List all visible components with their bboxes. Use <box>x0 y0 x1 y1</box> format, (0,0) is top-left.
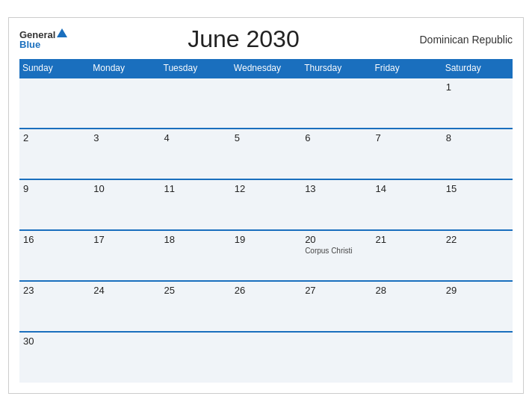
calendar-cell: 10 <box>90 179 160 230</box>
calendar-cell: 23 <box>19 281 90 332</box>
weekday-header-sunday: Sunday <box>19 59 90 78</box>
day-number: 5 <box>235 132 297 143</box>
weekday-header-tuesday: Tuesday <box>161 59 231 78</box>
day-number: 9 <box>23 183 86 194</box>
logo-blue-text: Blue <box>19 40 40 49</box>
week-row-0: 1 <box>19 78 513 129</box>
calendar-cell <box>161 78 231 129</box>
calendar-cell <box>19 78 90 129</box>
logo-general-text: General <box>19 30 55 40</box>
calendar-cell: 6 <box>301 129 371 179</box>
calendar-cell <box>442 332 513 383</box>
calendar-cell: 11 <box>161 179 231 230</box>
day-number: 12 <box>235 183 297 194</box>
weekday-header-row: SundayMondayTuesdayWednesdayThursdayFrid… <box>19 59 513 78</box>
calendar-grid: SundayMondayTuesdayWednesdayThursdayFrid… <box>19 59 513 383</box>
week-row-1: 2345678 <box>19 129 513 179</box>
day-number: 8 <box>446 132 509 143</box>
day-number: 15 <box>446 183 509 194</box>
calendar-cell: 9 <box>19 179 90 230</box>
day-number: 18 <box>164 234 227 245</box>
day-number: 1 <box>446 81 509 93</box>
calendar-cell <box>231 332 301 383</box>
day-number: 23 <box>23 285 86 296</box>
calendar-cell: 24 <box>90 281 160 332</box>
week-row-4: 23242526272829 <box>19 281 513 332</box>
calendar-cell: 4 <box>161 129 231 179</box>
calendar-cell <box>90 332 160 383</box>
week-row-3: 1617181920Corpus Christi2122 <box>19 230 513 281</box>
calendar-cell: 17 <box>90 230 160 281</box>
calendar-cell <box>161 332 231 383</box>
day-number: 21 <box>375 234 438 245</box>
calendar-cell: 26 <box>231 281 301 332</box>
calendar-cell: 3 <box>90 129 160 179</box>
calendar-cell: 28 <box>371 281 442 332</box>
calendar-cell: 22 <box>442 230 513 281</box>
day-number: 30 <box>23 336 86 347</box>
day-number: 19 <box>235 234 297 245</box>
weekday-header-wednesday: Wednesday <box>231 59 301 78</box>
calendar-cell <box>371 332 442 383</box>
logo: General Blue <box>19 30 67 49</box>
calendar-cell: 7 <box>371 129 442 179</box>
calendar-cell: 1 <box>442 78 513 129</box>
calendar-title: June 2030 <box>188 25 299 53</box>
weekday-header-monday: Monday <box>90 59 160 78</box>
day-number: 22 <box>446 234 509 245</box>
calendar-cell: 2 <box>19 129 90 179</box>
calendar-cell <box>301 78 371 129</box>
day-number: 25 <box>164 285 227 296</box>
logo-triangle-icon <box>57 28 67 37</box>
calendar-cell: 12 <box>231 179 301 230</box>
day-number: 13 <box>305 183 368 194</box>
calendar-cell: 25 <box>161 281 231 332</box>
week-row-2: 9101112131415 <box>19 179 513 230</box>
day-number: 10 <box>93 183 156 194</box>
calendar-cell: 13 <box>301 179 371 230</box>
day-number: 6 <box>305 132 368 143</box>
calendar-cell: 27 <box>301 281 371 332</box>
calendar: General Blue June 2030 Dominican Republi… <box>8 17 524 394</box>
calendar-cell: 16 <box>19 230 90 281</box>
day-number: 26 <box>235 285 297 296</box>
day-number: 29 <box>446 285 509 296</box>
calendar-cell <box>90 78 160 129</box>
day-number: 14 <box>375 183 438 194</box>
week-row-5: 30 <box>19 332 513 383</box>
day-number: 4 <box>164 132 227 143</box>
day-number: 3 <box>93 132 156 143</box>
day-number: 2 <box>23 132 86 143</box>
day-number: 16 <box>23 234 86 245</box>
calendar-cell <box>371 78 442 129</box>
weekday-header-saturday: Saturday <box>442 59 513 78</box>
calendar-cell: 29 <box>442 281 513 332</box>
calendar-cell: 20Corpus Christi <box>301 230 371 281</box>
day-number: 24 <box>93 285 156 296</box>
day-number: 17 <box>93 234 156 245</box>
calendar-cell: 15 <box>442 179 513 230</box>
calendar-cell: 14 <box>371 179 442 230</box>
day-number: 20 <box>305 234 368 245</box>
calendar-cell: 30 <box>19 332 90 383</box>
calendar-cell: 8 <box>442 129 513 179</box>
calendar-cell: 5 <box>231 129 301 179</box>
weekday-header-thursday: Thursday <box>301 59 371 78</box>
day-number: 7 <box>375 132 438 143</box>
calendar-cell: 18 <box>161 230 231 281</box>
day-number: 28 <box>375 285 438 296</box>
calendar-cell: 21 <box>371 230 442 281</box>
day-number: 27 <box>305 285 368 296</box>
day-number: 11 <box>164 183 227 194</box>
calendar-country: Dominican Republic <box>419 34 513 46</box>
weekday-header-friday: Friday <box>371 59 442 78</box>
day-event: Corpus Christi <box>305 247 368 255</box>
calendar-header: General Blue June 2030 Dominican Republi… <box>19 25 513 53</box>
calendar-cell <box>231 78 301 129</box>
calendar-cell: 19 <box>231 230 301 281</box>
calendar-cell <box>301 332 371 383</box>
